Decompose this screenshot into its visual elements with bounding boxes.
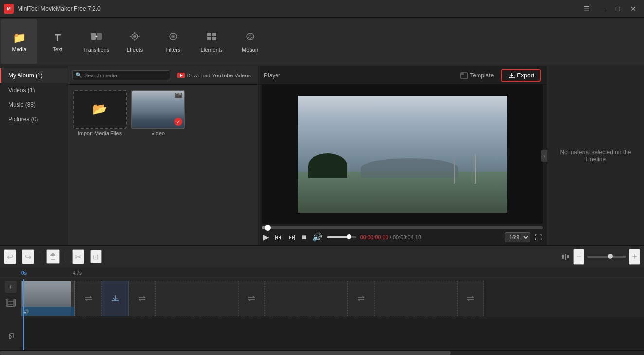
empty-cell-3 bbox=[374, 281, 457, 316]
audio-waveform bbox=[22, 307, 74, 316]
aspect-ratio-select[interactable]: 16:9 9:16 1:1 4:3 21:9 bbox=[505, 232, 530, 242]
time-current: 00:00:00.00 bbox=[360, 234, 388, 240]
crop-button[interactable]: ⊡ bbox=[90, 250, 102, 263]
toolbar-filters[interactable]: Filters bbox=[155, 19, 191, 64]
import-media-item[interactable]: 📂 Import Media Files bbox=[73, 90, 127, 136]
delete-button[interactable]: 🗑 bbox=[46, 249, 60, 264]
toolbar-transitions[interactable]: Transitions bbox=[78, 19, 114, 64]
svg-rect-14 bbox=[562, 255, 564, 259]
minimize-button[interactable]: ─ bbox=[595, 4, 609, 14]
svg-line-23 bbox=[9, 333, 13, 334]
play-button[interactable]: ▶ bbox=[262, 231, 270, 243]
close-button[interactable]: ✕ bbox=[626, 4, 640, 14]
transition-cell-3[interactable]: ⇌ bbox=[129, 281, 155, 316]
youtube-download-button[interactable]: Download YouTube Videos bbox=[174, 71, 254, 80]
music-icon bbox=[6, 332, 15, 341]
video-track-icon bbox=[6, 299, 16, 309]
export-button[interactable]: Export bbox=[501, 69, 541, 82]
zoom-in-button[interactable]: + bbox=[629, 249, 640, 265]
stop-button[interactable]: ■ bbox=[301, 232, 308, 243]
search-box[interactable]: 🔍 Search media bbox=[72, 70, 170, 80]
video-thumb[interactable]: 🎬 ✓ bbox=[131, 90, 185, 129]
youtube-icon bbox=[177, 73, 185, 78]
redo-button[interactable]: ↪ bbox=[22, 249, 34, 264]
film-icon bbox=[6, 299, 16, 307]
progress-handle[interactable] bbox=[265, 225, 271, 231]
add-track-button[interactable]: + bbox=[5, 281, 17, 293]
toolbar-filters-label: Filters bbox=[166, 47, 181, 53]
toolbar-motion[interactable]: Motion bbox=[232, 19, 268, 64]
svg-rect-18 bbox=[6, 299, 8, 307]
svg-rect-10 bbox=[212, 37, 216, 40]
svg-rect-9 bbox=[207, 37, 211, 40]
transition-cell-1[interactable]: ⇌ bbox=[75, 281, 102, 316]
player-header: Player Template Export bbox=[258, 66, 547, 85]
svg-rect-7 bbox=[207, 33, 211, 36]
player-actions: Template Export bbox=[457, 69, 541, 82]
video-media-item[interactable]: 🎬 ✓ video bbox=[131, 90, 185, 136]
ground-area bbox=[298, 172, 507, 213]
sidebar-item-my-album[interactable]: My Album (1) bbox=[0, 68, 68, 83]
collapse-button[interactable]: › bbox=[541, 150, 547, 162]
transition-cell-6[interactable]: ⇌ bbox=[457, 281, 484, 316]
import-thumb[interactable]: 📂 bbox=[73, 90, 127, 129]
menu-button[interactable]: ☰ bbox=[580, 4, 593, 14]
volume-handle[interactable] bbox=[347, 234, 351, 239]
cut-button[interactable]: ✂ bbox=[72, 249, 84, 264]
video-clip-1[interactable]: 🔊 bbox=[21, 281, 75, 316]
undo-button[interactable]: ↩ bbox=[4, 249, 16, 264]
effects-icon bbox=[129, 31, 141, 45]
video-selected-check: ✓ bbox=[174, 118, 182, 126]
controls-left: ▶ ⏮ ⏭ ■ 🔊 00:00:00.00 / 00:00:04.18 bbox=[262, 231, 421, 243]
timeline-playhead[interactable] bbox=[23, 279, 24, 350]
next-frame-button[interactable]: ⏭ bbox=[287, 232, 297, 243]
toolbar-media[interactable]: 📁 Media bbox=[1, 19, 37, 64]
volume-button[interactable]: 🔊 bbox=[312, 231, 323, 243]
search-icon: 🔍 bbox=[75, 72, 82, 78]
filters-icon bbox=[167, 31, 179, 45]
video-label: video bbox=[152, 131, 165, 136]
sidebar: My Album (1) Videos (1) Music (88) Pictu… bbox=[0, 66, 68, 245]
tree-left bbox=[308, 153, 347, 178]
zoom-handle[interactable] bbox=[608, 254, 613, 259]
template-icon bbox=[460, 72, 468, 79]
sidebar-item-videos[interactable]: Videos (1) bbox=[0, 83, 68, 97]
template-button[interactable]: Template bbox=[457, 70, 498, 81]
zoom-out-button[interactable]: − bbox=[573, 249, 585, 265]
ruler-mark-0: 0s bbox=[21, 270, 27, 276]
toolbar-effects[interactable]: Effects bbox=[116, 19, 153, 64]
import-label: Import Media Files bbox=[78, 131, 122, 136]
transition-cell-4[interactable]: ⇌ bbox=[238, 281, 265, 316]
time-total: 00:00:04.18 bbox=[393, 234, 421, 240]
zoom-slider[interactable] bbox=[587, 256, 626, 258]
progress-bar[interactable] bbox=[262, 226, 543, 229]
timeline-ruler: 0s 4.7s bbox=[0, 267, 644, 279]
toolbar-elements[interactable]: Elements bbox=[193, 19, 230, 64]
tl-separator-1 bbox=[40, 252, 40, 262]
timeline-track-area: + bbox=[0, 279, 644, 350]
prev-frame-button[interactable]: ⏮ bbox=[274, 232, 283, 243]
toolbar-motion-label: Motion bbox=[242, 47, 258, 53]
svg-rect-8 bbox=[212, 33, 216, 36]
zoom-columns-icon bbox=[562, 253, 570, 261]
timeline-scrollbar[interactable] bbox=[0, 350, 644, 355]
transition-cell-2[interactable] bbox=[102, 281, 129, 316]
player-video bbox=[262, 85, 543, 224]
media-icon: 📁 bbox=[13, 32, 26, 44]
toolbar-effects-label: Effects bbox=[127, 47, 143, 53]
media-panel: 🔍 Search media Download YouTube Videos 📂 bbox=[68, 66, 258, 245]
maximize-button[interactable]: □ bbox=[611, 4, 625, 14]
sidebar-item-music[interactable]: Music (88) bbox=[0, 97, 68, 112]
volume-slider[interactable] bbox=[327, 236, 356, 238]
scroll-thumb[interactable] bbox=[0, 351, 451, 355]
toolbar-text[interactable]: T Text bbox=[39, 19, 76, 64]
timeline-track-icons: + bbox=[0, 279, 21, 350]
youtube-label: Download YouTube Videos bbox=[187, 73, 251, 78]
timeline: 0s 4.7s + bbox=[0, 267, 644, 355]
transition-cell-5[interactable]: ⇌ bbox=[348, 281, 374, 316]
zoom-controls: − + bbox=[562, 249, 640, 265]
fullscreen-button[interactable]: ⛶ bbox=[534, 232, 543, 242]
controls-row: ▶ ⏮ ⏭ ■ 🔊 00:00:00.00 / 00:00:04.18 bbox=[262, 231, 543, 243]
toolbar-media-label: Media bbox=[12, 46, 27, 52]
sidebar-item-pictures[interactable]: Pictures (0) bbox=[0, 112, 68, 127]
